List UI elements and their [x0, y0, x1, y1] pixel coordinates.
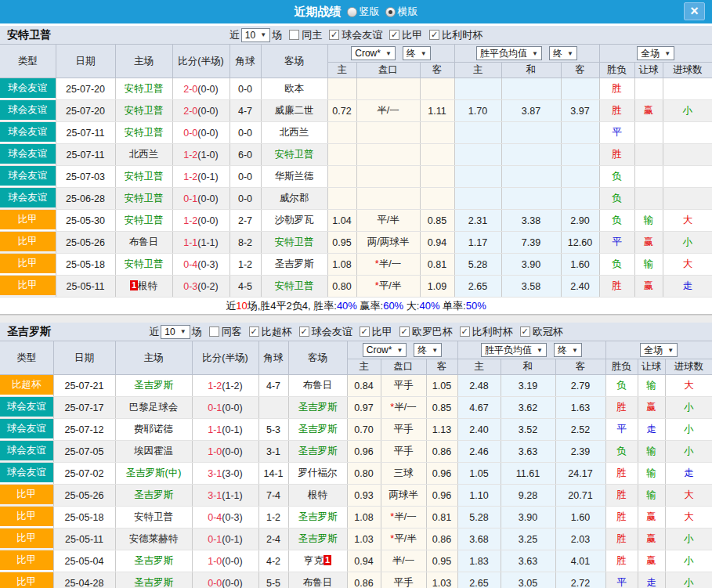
result-text: 胜: [616, 533, 627, 544]
league-badge: 比甲: [0, 528, 53, 548]
score-cell: 1-2(1-2): [192, 375, 258, 397]
team-name-text: 华斯兰德: [275, 171, 314, 182]
league-badge: 球会友谊: [0, 122, 56, 142]
final-select[interactable]: 终▼: [554, 343, 582, 357]
chevron-down-icon: ▼: [537, 347, 543, 354]
result-cell: 负: [599, 188, 634, 210]
home-team-cell: 埃因霍温: [115, 441, 192, 463]
handicap-line-text: 平手: [394, 380, 414, 391]
avg-group-header: 胜平负均值▼终▼: [457, 341, 605, 359]
layout-radio-horizontal[interactable]: 横版: [385, 5, 418, 19]
fullmatch-group-header: 全场▼: [605, 341, 712, 359]
handicap-home-odds-cell: 0.80: [347, 463, 381, 485]
away-team-cell: 欧本: [261, 78, 327, 100]
company-select[interactable]: Crow*▼: [363, 343, 407, 357]
match-count-select[interactable]: 10▼: [241, 28, 270, 42]
league-checkbox[interactable]: [429, 30, 439, 40]
avg-draw-cell: [501, 144, 561, 166]
section-divider: [0, 315, 712, 323]
column-header: 角球: [230, 45, 261, 78]
fullmatch-controls: 全场▼: [600, 46, 712, 60]
league-checkbox[interactable]: [520, 326, 530, 337]
avg-home-cell: 2.65: [454, 276, 501, 298]
league-checkbox[interactable]: [299, 326, 309, 337]
summary-text: 场,胜4平2负4,: [248, 300, 314, 312]
handicap-home-odds-cell: 0.93: [347, 485, 381, 507]
date-cell: 25-05-11: [53, 528, 115, 550]
handicap-line-cell: 两/两球半: [356, 232, 420, 254]
radio-icon-vertical[interactable]: [347, 7, 357, 17]
league-checkbox[interactable]: [329, 30, 339, 40]
fullmatch-select[interactable]: 全场▼: [640, 343, 678, 357]
handicap-away-odds-cell: 0.94: [420, 232, 454, 254]
result-text: 胜: [616, 402, 627, 413]
summary-cell: 近10场,胜4平2负4, 胜率:40% 赢率:60% 大:40% 单率:50%: [0, 298, 712, 315]
avg-draw-cell: 9.28: [501, 485, 555, 507]
result-cell: 胜: [599, 144, 634, 166]
avg-draw-cell: 3.52: [501, 419, 555, 441]
handicap-line-cell: 两球半: [381, 485, 426, 507]
match-row: 比超杯25-07-21圣吉罗斯1-2(1-2)4-7布鲁日0.84平手1.052…: [0, 375, 712, 397]
team-name-text: 圣吉罗斯: [298, 511, 338, 522]
radio-icon-horizontal[interactable]: [385, 7, 396, 17]
same-venue-checkbox[interactable]: [209, 326, 219, 337]
handicap-group-header: Crow*▼终▼: [327, 45, 454, 63]
handicap-away-odds-cell: 1.11: [420, 100, 454, 122]
handicap-line-cell: [356, 144, 420, 166]
avg-odds-select[interactable]: 胜平负均值▼: [481, 343, 547, 357]
result-text: 负: [616, 380, 627, 391]
close-icon[interactable]: ×: [684, 2, 705, 20]
league-checkbox-label: 比甲: [372, 325, 392, 339]
date-cell: 25-07-17: [53, 397, 115, 419]
date-cell: 25-07-20: [56, 100, 115, 122]
column-header: 日期: [56, 45, 115, 78]
team-name-text: 布鲁日: [303, 380, 333, 391]
result-text: 大: [684, 489, 694, 500]
away-team-cell: 圣吉罗斯: [288, 441, 347, 463]
result-cell: 平: [599, 232, 634, 254]
halftime-score: (0-0): [222, 446, 242, 457]
avg-draw-cell: 3.05: [501, 572, 555, 588]
handicap-result-cell: 赢: [634, 100, 663, 122]
result-text: 输: [646, 446, 656, 456]
games-label: 场: [192, 325, 202, 339]
team-name-text: 费耶诺德: [134, 424, 173, 435]
score-cell: 0-4(0-3): [172, 254, 230, 276]
final-select[interactable]: 终▼: [403, 46, 431, 60]
halftime-score: (0-0): [222, 578, 242, 588]
avg-away-cell: 1.60: [561, 254, 599, 276]
column-subheader: 胜负: [605, 359, 638, 375]
away-team-cell: 沙勒罗瓦: [261, 210, 327, 232]
match-count-select[interactable]: 10▼: [161, 325, 190, 339]
away-team-cell: 圣吉罗斯: [288, 528, 347, 550]
avg-away-cell: 2.52: [555, 419, 605, 441]
avg-draw-cell: 3.38: [501, 210, 561, 232]
team-name-text: 安特卫普: [125, 215, 164, 225]
avg-draw-cell: 3.63: [501, 441, 555, 463]
window-title: 近期战绩: [295, 5, 342, 20]
avg-odds-select[interactable]: 胜平负均值▼: [476, 46, 542, 60]
handicap-result-cell: 输: [634, 210, 663, 232]
league-type-cell: 球会友谊: [0, 78, 56, 100]
league-checkbox[interactable]: [460, 326, 470, 337]
league-checkbox[interactable]: [249, 326, 259, 337]
league-checkbox[interactable]: [399, 326, 410, 337]
league-checkbox[interactable]: [389, 30, 399, 40]
avg-draw-cell: 3.58: [501, 276, 561, 298]
handicap-away-odds-cell: 1.05: [426, 375, 457, 397]
result-cell: 负: [605, 441, 638, 463]
avg-home-cell: 2.48: [457, 375, 501, 397]
same-venue-checkbox[interactable]: [289, 30, 299, 40]
final-select[interactable]: 终▼: [414, 343, 442, 357]
column-subheader: 让球: [638, 359, 665, 375]
fullmatch-select[interactable]: 全场▼: [637, 46, 674, 60]
company-select[interactable]: Crow*▼: [351, 46, 396, 60]
league-checkbox[interactable]: [360, 326, 370, 337]
handicap-home-odds-cell: 0.80: [327, 276, 356, 298]
matches-table: 类型日期主场比分(半场)角球客场Crow*▼终▼胜平负均值▼终▼全场▼主盘口客主…: [0, 341, 712, 588]
avg-home-cell: 4.67: [457, 397, 501, 419]
final-select[interactable]: 终▼: [549, 46, 577, 60]
layout-radio-vertical[interactable]: 竖版: [347, 5, 380, 19]
result-text: 胜: [616, 489, 627, 500]
corner-cell: 5-3: [258, 419, 288, 441]
